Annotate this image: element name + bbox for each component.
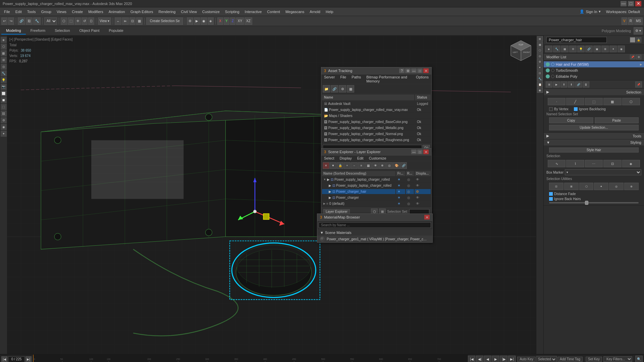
modifier-tab-2[interactable]: 🔧	[553, 46, 560, 52]
se-minus-btn[interactable]: −	[351, 162, 358, 169]
mat-editor-btn[interactable]: ◈	[208, 17, 214, 25]
at-close-btn[interactable]: ✕	[423, 68, 429, 73]
ignore-backfacing-check[interactable]	[574, 107, 578, 111]
modifier-turbosmooth[interactable]: TurboSmooth	[544, 67, 644, 73]
menu-item-group[interactable]: Group	[38, 9, 54, 14]
style-hair-btn[interactable]: Style Hair	[549, 147, 639, 153]
mod-tool-5[interactable]: 🔗	[575, 81, 582, 87]
right-icon-4[interactable]: ◎	[537, 53, 543, 59]
at-tb-3[interactable]: ⚙	[339, 85, 346, 93]
menu-item-tools[interactable]: Tools	[24, 9, 39, 14]
render-btn[interactable]: ▶	[194, 17, 200, 25]
table-row[interactable]: ▶ ⊡ Power_charger_hair ☀ ◎ ⚙	[322, 189, 431, 194]
mod-tool-4[interactable]: ⬇	[568, 81, 575, 87]
xy-axis-btn[interactable]: XY	[236, 17, 244, 25]
modifier-tab-8[interactable]: ⊞	[601, 46, 609, 52]
redo-btn[interactable]: ↪	[8, 17, 14, 25]
tab-modeling[interactable]: Modeling	[1, 27, 26, 35]
tab-freeform[interactable]: Freeform	[26, 27, 50, 35]
table-row[interactable]: ▶ ≡ 0 (default) ☀ ◎ 👁	[322, 201, 431, 206]
left-icon-5[interactable]: ◎	[1, 64, 7, 70]
modifier-tab-1[interactable]: ◈	[545, 46, 552, 52]
move-btn[interactable]: ✛	[75, 17, 81, 25]
tab-object-paint[interactable]: Object Paint	[75, 27, 104, 35]
maximize-btn[interactable]: □	[628, 1, 634, 6]
mod-tool-3[interactable]: ⬆	[560, 81, 567, 87]
right-icon-1[interactable]: ⊞	[537, 36, 543, 42]
play-fwd-btn[interactable]: ▶	[492, 356, 499, 362]
at-help-btn[interactable]: ?	[399, 68, 405, 73]
menu-item-rendering[interactable]: Rendering	[156, 9, 178, 14]
se-maximize-btn[interactable]: □	[417, 149, 423, 154]
right-icon-6[interactable]: ✦	[537, 65, 543, 70]
se-lock-btn[interactable]: 🔒	[337, 162, 343, 169]
selected-filter[interactable]: Selected	[536, 356, 557, 362]
sign-in-btn[interactable]: 👤 Sign In ▾	[577, 9, 603, 14]
table-row[interactable]: 🖼 Power_supply_laptop_charger_rolled_Bas…	[322, 119, 431, 125]
sel-btn-edge[interactable]: ╱	[566, 98, 584, 105]
right-icon-10[interactable]: ◉	[537, 87, 543, 93]
modifier-tab-5[interactable]: 💡	[577, 46, 585, 52]
modifier-ts-eye[interactable]	[546, 68, 550, 72]
tab-selection[interactable]: Selection	[50, 27, 74, 35]
left-icon-13[interactable]: ⚙	[1, 117, 7, 123]
bind-to-space-btn[interactable]: 🔧	[33, 17, 41, 25]
unlink-btn[interactable]: ⛓	[26, 17, 33, 25]
left-icon-9[interactable]: ⬜	[1, 90, 7, 97]
su-btn-1[interactable]: ⊡	[549, 183, 564, 190]
menu-item-animation[interactable]: Animation	[106, 9, 128, 14]
sel-btn-border[interactable]: ⬚	[585, 98, 603, 105]
left-icon-1[interactable]: ◈	[1, 37, 7, 43]
menu-item-customize[interactable]: Customize	[200, 9, 222, 14]
menu-item-scripting[interactable]: Scripting	[222, 9, 242, 14]
at-menu-server[interactable]: Server	[321, 74, 337, 84]
modifier-tab-9[interactable]: ✦	[609, 46, 617, 52]
right-icon-5[interactable]: ⚙	[537, 59, 543, 64]
distance-fade-check[interactable]	[549, 192, 553, 196]
left-icon-15[interactable]: ✦	[1, 131, 7, 137]
right-icon-3[interactable]: ⬡	[537, 48, 543, 53]
se-menu-select[interactable]: Select	[321, 156, 337, 161]
modifier-tab-3[interactable]: ▦	[561, 46, 569, 52]
named-sel-paste-btn[interactable]	[595, 117, 639, 123]
at-maximize-btn[interactable]: □	[417, 68, 423, 73]
at-menu-file[interactable]: File	[337, 74, 349, 84]
last-frame-btn[interactable]: ▶|	[508, 356, 516, 362]
right-icon-2[interactable]: ▦	[537, 42, 543, 47]
su-btn-5[interactable]: ◎	[609, 183, 624, 190]
at-tb-1[interactable]: 📁	[323, 85, 330, 93]
table-row[interactable]: 📄 Power_supply_laptop_charger_rolled_max…	[322, 107, 431, 113]
at-menu-options[interactable]: Options	[413, 74, 431, 84]
mod-tool-1[interactable]: ⊞	[546, 81, 552, 87]
se-minimize-btn[interactable]: —	[411, 149, 417, 154]
modifier-editable-poly[interactable]: Editable Poly	[544, 73, 644, 79]
table-row[interactable]: 🖼 Power_supply_laptop_charger_rolled_Met…	[322, 125, 431, 131]
left-icon-4[interactable]: ⊞	[1, 57, 7, 63]
modifier-hair-fur[interactable]: Hair and Fur (WSM) ▶	[544, 61, 644, 67]
x-axis-btn[interactable]: X	[217, 17, 223, 25]
at-menu-bitmap[interactable]: Bitmap Performance and Memory	[364, 74, 413, 84]
styling-slider-track[interactable]	[549, 202, 639, 203]
autokey-btn[interactable]: Auto Key	[517, 357, 536, 362]
modifier-bulb-icon[interactable]	[551, 63, 554, 66]
set-key-btn[interactable]: Set Key	[586, 357, 602, 362]
left-icon-6[interactable]: 🔧	[1, 70, 7, 76]
menu-item-graph-editors[interactable]: Graph Editors	[128, 9, 156, 14]
timeline-prev-key[interactable]: |◀	[1, 356, 7, 362]
vray-btn[interactable]: V	[622, 17, 627, 25]
color-btn[interactable]	[630, 37, 635, 43]
menu-item-megascans[interactable]: Megascans	[283, 9, 307, 14]
first-frame-btn[interactable]: |◀	[468, 356, 475, 362]
table-row[interactable]: ▼ ▶ ⊡ Power_supply_laptop_charger_rolled…	[322, 177, 431, 182]
view-btn[interactable]: View ▾	[98, 17, 111, 25]
rotate-btn[interactable]: ↺	[82, 17, 88, 25]
right-icon-7[interactable]: ⊡	[537, 70, 543, 76]
menu-item-interactive[interactable]: Interactive	[242, 9, 265, 14]
mod-pin-btn[interactable]: 📌	[630, 55, 635, 59]
menu-item-content[interactable]: Content	[264, 9, 283, 14]
styling-section-title[interactable]: ▼ Styling	[544, 139, 644, 145]
style-sel-btn-1[interactable]: ∿	[548, 160, 566, 167]
table-row[interactable]: 🏛 Autodesk Vault Logged	[322, 101, 431, 107]
su-btn-2[interactable]: ⊞	[564, 183, 579, 190]
tab-populate[interactable]: Populate	[104, 27, 128, 35]
